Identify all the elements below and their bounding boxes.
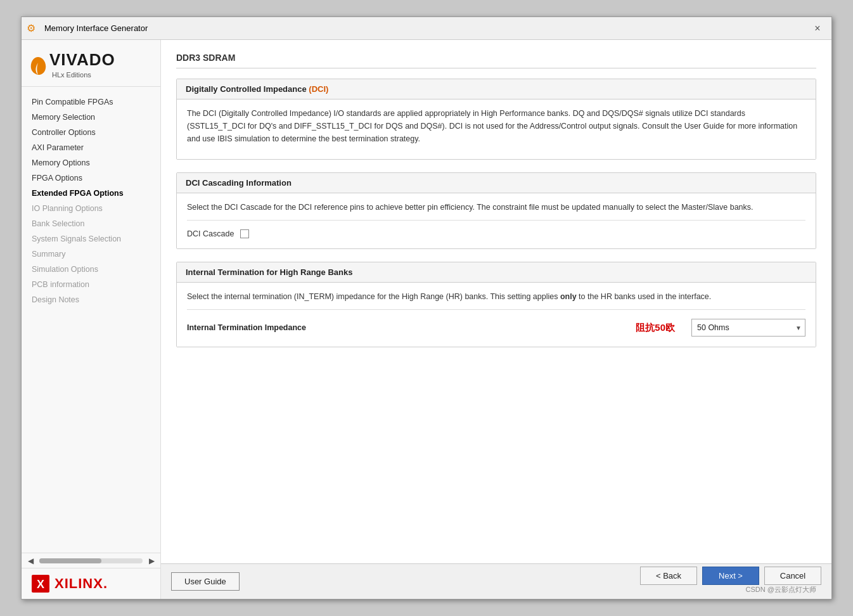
sidebar-item-summary: Summary	[22, 247, 160, 262]
scroll-track[interactable]	[39, 558, 143, 563]
sidebar-item-extended-fpga-options[interactable]: Extended FPGA Options	[22, 186, 160, 201]
dci-cascading-description: Select the DCI Cascade for the DCI refer…	[187, 201, 805, 214]
vivado-subtitle: HLx Editions	[52, 71, 115, 79]
app-icon: ⚙	[27, 22, 39, 35]
page-title: DDR3 SDRAM	[176, 53, 816, 68]
dci-cascade-row: DCI Cascade	[187, 227, 805, 241]
internal-termination-section: Internal Termination for High Range Bank…	[176, 262, 816, 347]
scroll-right-button[interactable]: ▶	[145, 555, 158, 567]
content-area: VIVADO HLx Editions Pin Compatible FPGAs…	[22, 40, 831, 599]
sidebar-item-system-signals-selection: System Signals Selection	[22, 231, 160, 247]
sidebar-item-bank-selection: Bank Selection	[22, 216, 160, 231]
sidebar-item-io-planning-options: IO Planning Options	[22, 201, 160, 216]
bottom-right-area: < Back Next > Cancel CSDN @云影点灯大师	[640, 567, 821, 597]
sidebar-item-axi-parameter[interactable]: AXI Parameter	[22, 140, 160, 155]
dci-cascade-checkbox[interactable]	[240, 229, 249, 238]
sidebar-item-memory-selection[interactable]: Memory Selection	[22, 110, 160, 125]
impedance-select[interactable]: 50 Ohms 40 Ohms 60 Ohms HIGH_Z	[691, 319, 805, 337]
main-content-area: DDR3 SDRAM Digitally Controlled Impedanc…	[161, 40, 831, 563]
main-panel: DDR3 SDRAM Digitally Controlled Impedanc…	[161, 40, 831, 599]
dci-section: Digitally Controlled Impedance (DCI) The…	[176, 79, 816, 160]
sidebar-item-controller-options[interactable]: Controller Options	[22, 125, 160, 140]
sidebar-item-fpga-options[interactable]: FPGA Options	[22, 170, 160, 186]
dci-cascading-section: DCI Cascading Information Select the DCI…	[176, 172, 816, 249]
impedance-select-wrapper: 50 Ohms 40 Ohms 60 Ohms HIGH_Z ▼	[691, 319, 805, 337]
back-button[interactable]: < Back	[640, 567, 697, 585]
sidebar: VIVADO HLx Editions Pin Compatible FPGAs…	[22, 40, 161, 599]
internal-termination-description: Select the internal termination (IN_TERM…	[187, 290, 805, 303]
logo-area: VIVADO HLx Editions	[22, 40, 160, 87]
sidebar-item-pcb-information: PCB information	[22, 277, 160, 292]
dci-section-header: Digitally Controlled Impedance (DCI)	[177, 79, 816, 99]
xilinx-logo: X XILINX.	[32, 575, 150, 593]
dci-cascading-body: Select the DCI Cascade for the DCI refer…	[177, 193, 816, 248]
termination-impedance-row: Internal Termination Impedance 阻抗50欧 50 …	[187, 316, 805, 339]
sidebar-nav: Pin Compatible FPGAs Memory Selection Co…	[22, 87, 160, 553]
dci-cascading-header: DCI Cascading Information	[177, 173, 816, 193]
vivado-logo: VIVADO HLx Editions	[29, 50, 153, 79]
sidebar-item-design-notes: Design Notes	[22, 292, 160, 307]
vivado-text: VIVADO	[49, 50, 115, 70]
dci-divider	[187, 220, 805, 221]
main-window: ⚙ Memory Interface Generator × VIVADO HL…	[21, 16, 832, 600]
scroll-thumb	[39, 558, 101, 563]
next-button[interactable]: Next >	[702, 567, 759, 585]
xilinx-text: XILINX.	[55, 575, 108, 592]
sidebar-item-memory-options[interactable]: Memory Options	[22, 155, 160, 170]
dci-cascade-label: DCI Cascade	[187, 229, 234, 238]
termination-divider	[187, 309, 805, 310]
annotation-text: 阻抗50欧	[320, 322, 685, 334]
dci-section-body: The DCI (Digitally Controlled Impedance)…	[177, 99, 816, 159]
close-button[interactable]: ×	[809, 20, 826, 37]
svg-text:X: X	[37, 578, 44, 591]
bottom-bar: User Guide < Back Next > Cancel CSDN @云影…	[161, 563, 831, 599]
sidebar-item-simulation-options: Simulation Options	[22, 262, 160, 277]
only-emphasis: only	[560, 292, 577, 301]
vivado-logo-group: VIVADO HLx Editions	[49, 50, 115, 79]
watermark-text: CSDN @云影点灯大师	[746, 585, 821, 597]
vivado-leaf-icon	[29, 56, 47, 76]
internal-termination-body: Select the internal termination (IN_TERM…	[177, 283, 816, 347]
sidebar-item-pin-compatible[interactable]: Pin Compatible FPGAs	[22, 94, 160, 110]
impedance-label: Internal Termination Impedance	[187, 323, 314, 332]
dci-description: The DCI (Digitally Controlled Impedance)…	[187, 107, 805, 145]
scroll-left-button[interactable]: ◀	[24, 555, 37, 567]
window-title: Memory Interface Generator	[44, 23, 809, 33]
xilinx-icon: X	[32, 575, 49, 593]
dci-header-prefix: Digitally Controlled Impedance	[186, 84, 309, 94]
dci-header-accent: (DCI)	[309, 84, 328, 94]
sidebar-scrollbar: ◀ ▶	[22, 553, 160, 568]
user-guide-button[interactable]: User Guide	[171, 572, 240, 591]
internal-termination-header: Internal Termination for High Range Bank…	[177, 262, 816, 283]
cancel-button[interactable]: Cancel	[764, 567, 821, 585]
xilinx-logo-area: X XILINX.	[22, 568, 160, 599]
title-bar: ⚙ Memory Interface Generator ×	[22, 17, 831, 40]
